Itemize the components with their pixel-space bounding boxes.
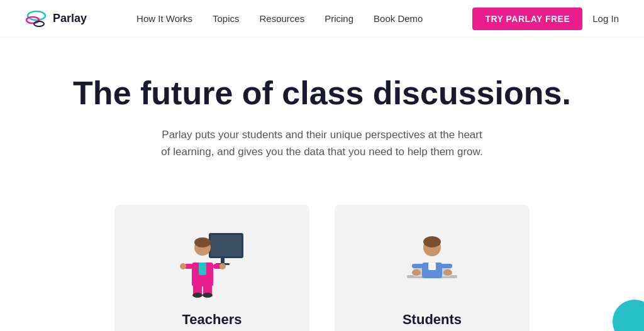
svg-point-29: [412, 269, 421, 276]
nav-link-how-it-works[interactable]: How It Works: [136, 13, 192, 24]
parlay-logo-icon: [25, 9, 48, 28]
students-card: Students JOIN: [335, 205, 530, 331]
login-button[interactable]: Log In: [592, 13, 619, 24]
hero-subtitle: Parlay puts your students and their uniq…: [158, 126, 486, 160]
svg-point-17: [192, 293, 203, 298]
svg-point-13: [180, 263, 186, 269]
svg-rect-4: [211, 235, 242, 256]
nav-link-pricing[interactable]: Pricing: [325, 13, 353, 24]
navbar: Parlay How It Works Topics Resources Pri…: [0, 0, 644, 38]
try-parlay-free-button[interactable]: TRY PARLAY FREE: [472, 8, 582, 30]
svg-point-0: [28, 11, 45, 20]
students-card-title: Students: [402, 312, 462, 328]
hero-title: The future of class discussions.: [13, 75, 631, 111]
student-illustration: [394, 230, 470, 299]
logo[interactable]: Parlay: [25, 9, 87, 28]
svg-rect-5: [221, 258, 225, 263]
nav-links: How It Works Topics Resources Pricing Bo…: [136, 13, 423, 24]
svg-point-30: [443, 269, 452, 276]
svg-rect-28: [441, 264, 452, 268]
hero-section: The future of class discussions. Parlay …: [0, 38, 644, 186]
svg-point-14: [219, 263, 226, 269]
svg-point-18: [203, 293, 213, 298]
nav-link-topics[interactable]: Topics: [213, 13, 240, 24]
logo-text: Parlay: [53, 12, 87, 25]
cards-row: Teachers GET STARTED Stude: [0, 186, 644, 331]
teachers-card: Teachers GET STARTED: [114, 205, 309, 331]
teacher-illustration: [174, 230, 250, 299]
svg-rect-10: [199, 263, 206, 275]
nav-link-book-demo[interactable]: Book Demo: [374, 13, 423, 24]
nav-link-resources[interactable]: Resources: [260, 13, 305, 24]
nav-actions: TRY PARLAY FREE Log In: [472, 8, 619, 30]
teachers-card-title: Teachers: [182, 312, 242, 328]
svg-rect-26: [428, 263, 436, 270]
svg-point-2: [34, 21, 44, 26]
svg-point-24: [423, 236, 441, 247]
svg-rect-27: [412, 264, 423, 268]
svg-point-8: [194, 237, 211, 247]
